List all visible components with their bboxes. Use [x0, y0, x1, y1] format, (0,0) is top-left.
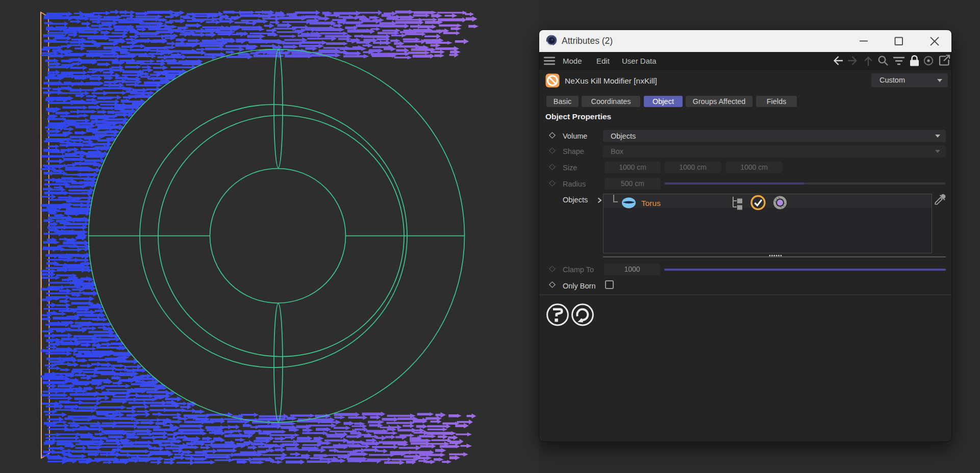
svg-text:Torus: Torus [641, 199, 661, 207]
